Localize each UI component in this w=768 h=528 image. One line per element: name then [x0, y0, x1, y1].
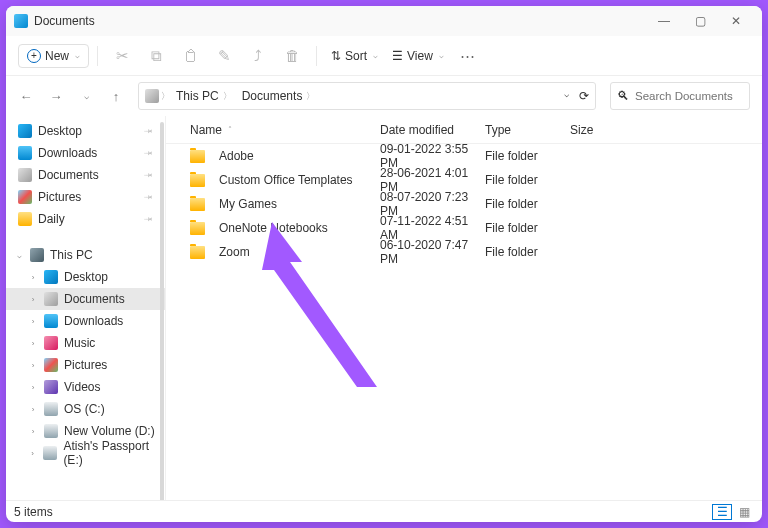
sort-icon: ⇅	[331, 49, 341, 63]
drive-icon	[43, 446, 57, 460]
chevron-right-icon[interactable]: ›	[28, 361, 38, 370]
folder-icon	[18, 212, 32, 226]
copy-icon[interactable]: ⧉	[140, 40, 172, 72]
pin-icon: 📌︎	[142, 124, 155, 137]
chevron-right-icon[interactable]: ›	[28, 405, 38, 414]
chevron-down-icon[interactable]: ⌵	[14, 251, 24, 260]
tree-item-videos[interactable]: › Videos	[6, 376, 165, 398]
pc-icon	[30, 248, 44, 262]
share-icon[interactable]: ⤴	[242, 40, 274, 72]
chevron-right-icon[interactable]: ›	[28, 273, 38, 282]
file-row[interactable]: Zoom 06-10-2020 7:47 PM File folder	[166, 240, 762, 264]
documents-icon	[44, 292, 58, 306]
file-row[interactable]: OneNote Notebooks 07-11-2022 4:51 AM Fil…	[166, 216, 762, 240]
column-headers: Name˄ Date modified Type Size	[166, 116, 762, 144]
nav-row: ← → ⌵ ↑ 〉 This PC〉 Documents〉 ⌵ ⟳ 🔍︎	[6, 76, 762, 116]
file-list: Name˄ Date modified Type Size Adobe 09-0…	[166, 116, 762, 500]
desktop-icon	[18, 124, 32, 138]
chevron-down-icon: ⌵	[439, 51, 444, 60]
tree-item-os-c-[interactable]: › OS (C:)	[6, 398, 165, 420]
chevron-right-icon[interactable]: ›	[28, 317, 38, 326]
plus-icon: +	[27, 49, 41, 63]
tree-item-atish-s-passport-e-[interactable]: › Atish's Passport (E:)	[6, 442, 165, 464]
back-button[interactable]: ←	[18, 88, 34, 104]
scrollbar-thumb[interactable]	[160, 122, 164, 500]
file-row[interactable]: Custom Office Templates 28-06-2021 4:01 …	[166, 168, 762, 192]
folder-icon	[190, 246, 205, 259]
pictures-icon	[18, 190, 32, 204]
window-title: Documents	[34, 14, 95, 28]
chevron-right-icon[interactable]: ›	[28, 427, 38, 436]
quick-item-downloads[interactable]: Downloads 📌︎	[6, 142, 165, 164]
quick-item-desktop[interactable]: Desktop 📌︎	[6, 120, 165, 142]
new-button[interactable]: + New ⌵	[18, 44, 89, 68]
titlebar[interactable]: Documents ― ▢ ✕	[6, 6, 762, 36]
quick-item-pictures[interactable]: Pictures 📌︎	[6, 186, 165, 208]
sort-button[interactable]: ⇅Sort⌵	[325, 45, 384, 67]
tree-item-music[interactable]: › Music	[6, 332, 165, 354]
address-bar[interactable]: 〉 This PC〉 Documents〉 ⌵ ⟳	[138, 82, 596, 110]
documents-icon	[18, 168, 32, 182]
column-size[interactable]: Size	[570, 123, 630, 137]
breadcrumb-this-pc[interactable]: This PC〉	[172, 87, 236, 105]
view-button[interactable]: ☰View⌵	[386, 45, 450, 67]
breadcrumb-documents[interactable]: Documents〉	[238, 87, 320, 105]
column-type[interactable]: Type	[485, 123, 570, 137]
refresh-icon[interactable]: ⟳	[579, 89, 589, 103]
pin-icon: 📌︎	[142, 212, 155, 225]
chevron-down-icon: ⌵	[373, 51, 378, 60]
chevron-right-icon[interactable]: ›	[28, 339, 38, 348]
minimize-button[interactable]: ―	[646, 6, 682, 36]
up-button[interactable]: ↑	[108, 88, 124, 104]
search-input[interactable]	[635, 90, 743, 102]
folder-icon	[190, 150, 205, 163]
file-row[interactable]: Adobe 09-01-2022 3:55 PM File folder	[166, 144, 762, 168]
downloads-icon	[18, 146, 32, 160]
status-bar: 5 items ☰ ▦	[6, 500, 762, 522]
pin-icon: 📌︎	[142, 190, 155, 203]
forward-button[interactable]: →	[48, 88, 64, 104]
details-view-button[interactable]: ☰	[712, 504, 732, 520]
icons-view-button[interactable]: ▦	[734, 504, 754, 520]
recent-chevron-icon[interactable]: ⌵	[78, 88, 94, 104]
delete-icon[interactable]: 🗑︎	[276, 40, 308, 72]
maximize-button[interactable]: ▢	[682, 6, 718, 36]
folder-icon	[190, 174, 205, 187]
cut-icon[interactable]: ✂	[106, 40, 138, 72]
more-icon[interactable]: ⋯	[452, 40, 484, 72]
quick-item-daily[interactable]: Daily 📌︎	[6, 208, 165, 230]
file-row[interactable]: My Games 08-07-2020 7:23 PM File folder	[166, 192, 762, 216]
chevron-right-icon[interactable]: ›	[28, 449, 37, 458]
paste-icon[interactable]: 📋︎	[174, 40, 206, 72]
chevron-right-icon: 〉	[223, 90, 232, 103]
sort-asc-icon: ˄	[228, 125, 232, 134]
chevron-right-icon: 〉	[161, 90, 170, 103]
file-explorer-window: Documents ― ▢ ✕ + New ⌵ ✂ ⧉ 📋︎ ✎ ⤴ 🗑︎ ⇅S…	[6, 6, 762, 522]
tree-item-desktop[interactable]: › Desktop	[6, 266, 165, 288]
chevron-right-icon[interactable]: ›	[28, 383, 38, 392]
downloads-icon	[44, 314, 58, 328]
column-name[interactable]: Name˄	[190, 123, 380, 137]
chevron-down-icon: ⌵	[75, 51, 80, 60]
rename-icon[interactable]: ✎	[208, 40, 240, 72]
search-icon: 🔍︎	[617, 89, 629, 103]
sidebar: Desktop 📌︎ Downloads 📌︎ Documents 📌︎ Pic…	[6, 116, 166, 500]
history-chevron-icon[interactable]: ⌵	[564, 89, 569, 103]
search-box[interactable]: 🔍︎	[610, 82, 750, 110]
sidebar-item-this-pc[interactable]: ⌵ This PC	[6, 244, 165, 266]
tree-item-pictures[interactable]: › Pictures	[6, 354, 165, 376]
pictures-icon	[44, 358, 58, 372]
toolbar: + New ⌵ ✂ ⧉ 📋︎ ✎ ⤴ 🗑︎ ⇅Sort⌵ ☰View⌵ ⋯	[6, 36, 762, 76]
videos-icon	[44, 380, 58, 394]
pin-icon: 📌︎	[142, 146, 155, 159]
drive-icon	[44, 424, 58, 438]
tree-item-downloads[interactable]: › Downloads	[6, 310, 165, 332]
tree-item-documents[interactable]: › Documents	[6, 288, 165, 310]
chevron-right-icon: 〉	[306, 90, 315, 103]
quick-item-documents[interactable]: Documents 📌︎	[6, 164, 165, 186]
chevron-right-icon[interactable]: ›	[28, 295, 38, 304]
column-date[interactable]: Date modified	[380, 123, 485, 137]
item-count: 5 items	[14, 505, 53, 519]
close-button[interactable]: ✕	[718, 6, 754, 36]
view-icon: ☰	[392, 49, 403, 63]
